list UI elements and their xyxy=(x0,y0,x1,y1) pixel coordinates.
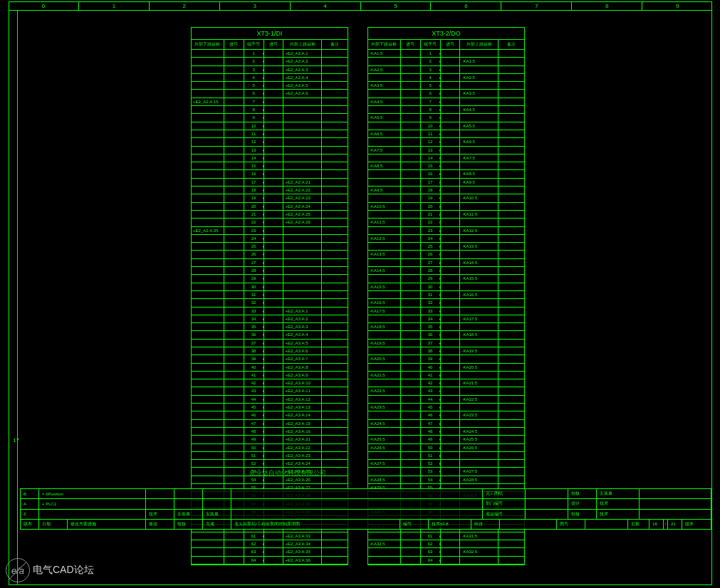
terminal-row: 23-KA12:5 xyxy=(368,227,524,235)
terminal-row: 36+E2_A3:A:4 xyxy=(192,331,348,339)
page-total: 21 xyxy=(668,520,682,529)
watermark: e/a 电气CAD论坛 xyxy=(6,558,94,582)
terminal-row: -KA32:562 xyxy=(368,540,524,548)
terminal-row: 63-KA32:5 xyxy=(368,548,524,556)
terminal-row: 22+E2_A2:A:26 xyxy=(192,219,348,226)
terminal-row: 44+E2_A3:A:12 xyxy=(192,396,348,404)
watermark-text: 电气CAD论坛 xyxy=(33,564,94,577)
terminal-row: 2-KA1:5 xyxy=(368,58,524,65)
terminal-row: 51 xyxy=(368,452,524,460)
terminal-row: -KA2:53 xyxy=(368,66,524,74)
terminal-row: 6+E2_A2:A:6 xyxy=(192,90,348,98)
terminal-row: 8 xyxy=(192,106,348,114)
terminal-row: -KA11:522 xyxy=(368,219,524,226)
terminal-row: 20+E2_A2:A:24 xyxy=(192,203,348,211)
terminal-row: 28 xyxy=(192,267,348,275)
col-header: 外部下跳目标 xyxy=(368,40,401,49)
terminal-row: 37+E2_A3:A:5 xyxy=(192,340,348,347)
terminal-row: -KA7:513 xyxy=(368,147,524,154)
ruler-cell: 8 xyxy=(572,1,642,10)
terminal-row: -KA15:530 xyxy=(368,283,524,291)
terminal-row: -KA3:55 xyxy=(368,82,524,90)
terminal-row: -KA9:518 xyxy=(368,187,524,194)
col-header: 进号 xyxy=(224,40,244,49)
ruler-cell: 7 xyxy=(501,1,572,10)
terminal-row: 12-KA6:5 xyxy=(368,138,524,146)
col-header: 外部上跳目标 xyxy=(283,40,322,49)
ruler-cell: 2 xyxy=(150,1,220,10)
terminal-row: 38+E2_A3:A:6 xyxy=(192,347,348,355)
terminal-row: 35+E2_A3:A:3 xyxy=(192,323,348,331)
terminal-row: 25 xyxy=(192,243,348,251)
col-header: 外部上跳目标 xyxy=(460,40,499,49)
terminal-row: 17+E2_A2:A:21 xyxy=(192,179,348,187)
terminal-row: 26 xyxy=(192,251,348,258)
terminal-table-do: XT3-2/DO 外部下跳目标进号端子号进号外部上跳目标备注 -KA1:512-… xyxy=(367,27,525,565)
terminal-row: 61-KA31:5 xyxy=(368,532,524,540)
terminal-row: 15 xyxy=(192,162,348,170)
terminal-row: -KA17:533 xyxy=(368,308,524,315)
terminal-row: 36-KA18:5 xyxy=(368,331,524,339)
col-header: 进号 xyxy=(401,40,421,49)
terminal-row: 34-KA17:5 xyxy=(368,315,524,323)
terminal-row: 27 xyxy=(192,259,348,267)
ruler-cell: 1 xyxy=(79,1,150,10)
ruler-left xyxy=(9,11,18,585)
terminal-row: 3+E2_A2:A:3 xyxy=(192,66,348,74)
ruler-cell: 4 xyxy=(291,1,361,10)
ruler-top: 0123456789 xyxy=(9,1,712,11)
left-marker: 17 xyxy=(13,437,19,443)
tb-rev: B xyxy=(21,489,39,498)
terminal-row: 18+E2_A2:A:22 xyxy=(192,187,348,194)
table-header-di: 外部下跳目标进号端子号进号外部上跳目标备注 xyxy=(192,40,348,50)
terminal-row: 10 xyxy=(192,122,348,130)
col-header: 进号 xyxy=(264,40,284,49)
terminal-row: -KA21:541 xyxy=(368,372,524,379)
terminal-row: 42-KA21:5 xyxy=(368,379,524,387)
terminal-row: -KA14:528 xyxy=(368,267,524,275)
terminal-row: 43+E2_A3:A:11 xyxy=(192,387,348,395)
terminal-row: 30 xyxy=(192,283,348,291)
terminal-row: 21+E2_A2:A:25 xyxy=(192,211,348,219)
terminal-row: 2+E2_A2:A:2 xyxy=(192,58,348,65)
terminal-row: 41+E2_A3:A:9 xyxy=(192,372,348,379)
terminal-row: 46-KA23:5 xyxy=(368,411,524,419)
ruler-cell: 6 xyxy=(431,1,501,10)
terminal-row: 61+E2_A3:A:33 xyxy=(192,532,348,540)
terminal-row: -KA16:532 xyxy=(368,299,524,307)
terminal-row: -KA27:552 xyxy=(368,460,524,468)
col-header: 外部下跳目标 xyxy=(192,40,224,49)
ruler-cell: 0 xyxy=(9,1,79,10)
terminal-row: 48+E2_A3:A:16 xyxy=(192,428,348,436)
terminal-row: 16 xyxy=(192,170,348,178)
terminal-row: 50+E2_A3:A:22 xyxy=(192,444,348,452)
terminal-row: 19-KA10:5 xyxy=(368,194,524,202)
terminal-row: 8-KA4:5 xyxy=(368,106,524,114)
terminal-row: 48-KA24:5 xyxy=(368,428,524,436)
drawing-title: 龙头岗泵站/工程前泵间控制原理图 xyxy=(231,520,400,529)
terminal-row: +E2_A2:A:157 xyxy=(192,98,348,106)
col-header: 端子号 xyxy=(421,40,441,49)
terminal-row: 4-KA2:5 xyxy=(368,74,524,82)
terminal-row: 19+E2_A2:A:23 xyxy=(192,194,348,202)
terminal-row: 33+E2_A3:A:1 xyxy=(192,308,348,315)
terminal-row: 62+E2_A3:A:34 xyxy=(192,540,348,548)
terminal-row: 29 xyxy=(192,275,348,283)
terminal-row: -KA20:539 xyxy=(368,355,524,363)
col-header: 进号 xyxy=(441,40,461,49)
watermark-logo-icon: e/a xyxy=(6,558,30,582)
page-current: 18 xyxy=(649,520,664,529)
terminal-row: 52+E2_A3:A:24 xyxy=(192,460,348,468)
col-header: 端子号 xyxy=(244,40,264,49)
terminal-row: 51+E2_A3:A:23 xyxy=(192,452,348,460)
terminal-row: -KA22:543 xyxy=(368,387,524,395)
terminal-row: 63+E2_A3:A:35 xyxy=(192,548,348,556)
table-header-do: 外部下跳目标进号端子号进号外部上跳目标备注 xyxy=(368,40,524,50)
terminal-row: -KA8:515 xyxy=(368,162,524,170)
col-header: 备注 xyxy=(322,40,348,49)
terminal-row: 64 xyxy=(368,557,524,565)
terminal-row: 40+E2_A3:A:8 xyxy=(192,364,348,372)
terminal-row: 16-KA8:5 xyxy=(368,170,524,178)
terminal-row: 38-KA19:5 xyxy=(368,347,524,355)
terminal-row: 29-KA15:5 xyxy=(368,275,524,283)
